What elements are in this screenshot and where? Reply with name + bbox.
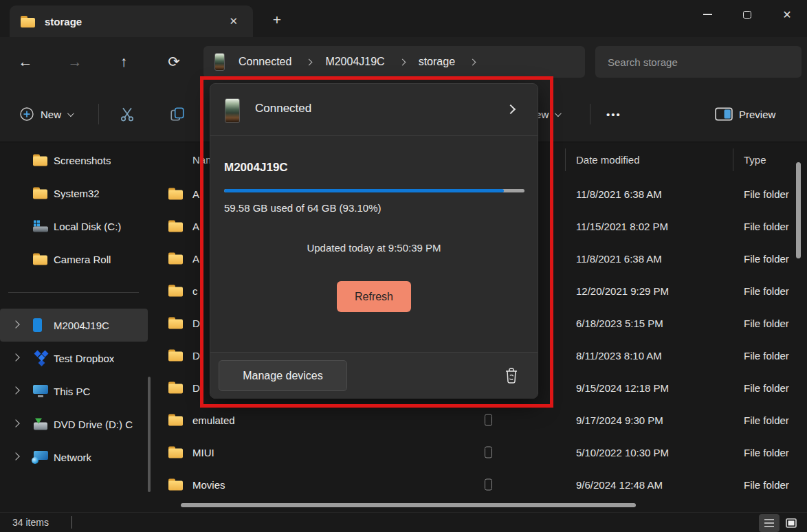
breadcrumb-item-device[interactable]: M2004J19C: [325, 56, 384, 68]
folder-icon: [168, 414, 183, 425]
horizontal-scrollbar[interactable]: [181, 503, 636, 507]
folder-icon: [168, 349, 183, 361]
file-date-modified: 9/15/2024 12:18 PM: [576, 381, 669, 393]
minimize-button[interactable]: [687, 0, 727, 29]
sidebar-pinned-item[interactable]: Local Disk (C:): [0, 210, 159, 243]
vertical-scrollbar[interactable]: [796, 162, 801, 258]
file-type: File folder: [744, 414, 797, 425]
sidebar-tree-item[interactable]: DVD Drive (D:) C: [0, 408, 159, 441]
sidebar-tree-item[interactable]: Test Dropbox: [0, 342, 159, 375]
column-header-date[interactable]: Date modified: [576, 154, 640, 166]
column-divider[interactable]: [565, 148, 566, 171]
forward-button[interactable]: →: [63, 49, 87, 74]
sidebar-item-icon: [33, 451, 48, 463]
chevron-right-icon[interactable]: [12, 386, 19, 394]
file-type: File folder: [744, 478, 797, 490]
up-button[interactable]: ↑: [111, 49, 136, 74]
cut-button[interactable]: [119, 87, 135, 142]
back-button[interactable]: ←: [13, 49, 38, 74]
sidebar-tree-item[interactable]: This PC: [0, 375, 159, 408]
file-name: A: [192, 252, 199, 264]
details-view-icon: [762, 516, 776, 530]
file-row[interactable]: MIUI 5/10/2022 10:30 PM File folder: [159, 436, 807, 468]
sidebar-pinned-list: Screenshots System32 Local Disk (C:) Cam…: [0, 144, 159, 276]
column-divider[interactable]: [733, 148, 733, 171]
plus-circle-icon: [19, 107, 34, 122]
sidebar-item-icon: [33, 419, 48, 430]
refresh-device-button[interactable]: Refresh: [337, 281, 411, 312]
sidebar-scrollbar[interactable]: [148, 377, 151, 492]
file-row[interactable]: emulated 9/17/2024 9:30 PM File folder: [159, 403, 807, 436]
file-name: D: [192, 349, 200, 361]
file-name: emulated: [192, 414, 235, 425]
maximize-button[interactable]: [727, 0, 767, 29]
file-row[interactable]: Movies 9/6/2024 12:48 AM File folder: [159, 468, 807, 500]
breadcrumb[interactable]: Connected M2004J19C storage: [203, 46, 585, 78]
sidebar-pinned-item[interactable]: Camera Roll: [0, 243, 159, 276]
sidebar-tree-item[interactable]: Network: [0, 441, 159, 474]
more-options-button[interactable]: •••: [606, 87, 621, 142]
file-name: D: [192, 381, 200, 393]
sidebar-item-icon: [33, 221, 48, 232]
chevron-right-icon: [399, 58, 406, 65]
file-date-modified: 9/6/2024 12:48 AM: [576, 478, 663, 490]
device-thumbnail-icon: [214, 53, 225, 71]
title-bar: storage ✕ + ✕: [0, 0, 807, 37]
explorer-tab[interactable]: storage ✕: [10, 5, 253, 37]
sidebar-item-label: System32: [54, 188, 100, 199]
file-date-modified: 9/17/2024 9:30 PM: [576, 414, 663, 425]
chevron-right-icon[interactable]: [12, 353, 19, 361]
breadcrumb-item-connected[interactable]: Connected: [239, 56, 291, 68]
chevron-right-icon: [469, 58, 476, 65]
preview-label: Preview: [739, 109, 775, 120]
sidebar-separator: [8, 292, 139, 293]
flyout-device-name: M2004J19C: [224, 161, 288, 175]
file-date-modified: 6/18/2023 5:15 PM: [576, 317, 663, 329]
preview-toggle[interactable]: Preview: [715, 87, 775, 142]
flyout-device-header[interactable]: Connected: [210, 84, 538, 136]
sidebar-item-icon: [33, 155, 47, 166]
new-tab-button[interactable]: +: [267, 10, 287, 30]
search-input[interactable]: [595, 46, 802, 78]
copy-button[interactable]: [169, 87, 186, 142]
chevron-right-icon[interactable]: [12, 452, 19, 460]
sidebar-tree-item[interactable]: M2004J19C: [0, 309, 148, 342]
tab-close-button[interactable]: ✕: [229, 15, 238, 27]
chevron-right-icon[interactable]: [12, 320, 19, 328]
thumbnail-view-button[interactable]: [781, 514, 802, 532]
storage-progress-bar: [224, 189, 524, 192]
remove-device-button[interactable]: [503, 366, 520, 388]
navigation-sidebar: Screenshots System32 Local Disk (C:) Cam…: [0, 142, 159, 512]
refresh-button[interactable]: ⟳: [162, 49, 186, 74]
storage-usage-text: 59.58 GB used of 64 GB (93.10%): [224, 202, 381, 214]
file-name: MIUI: [192, 446, 214, 458]
new-button[interactable]: New: [19, 87, 72, 142]
manage-devices-button[interactable]: Manage devices: [219, 360, 347, 391]
folder-icon: [168, 220, 183, 232]
sidebar-item-label: Network: [54, 452, 91, 463]
chevron-down-icon: [555, 110, 562, 117]
chevron-right-icon[interactable]: [12, 419, 19, 427]
file-date-modified: 12/20/2021 9:29 PM: [576, 285, 669, 296]
status-divider: [71, 516, 72, 529]
sidebar-item-icon: [33, 318, 42, 332]
last-updated-text: Updated today at 9:50:39 PM: [210, 242, 538, 254]
navigation-bar: ← → ↑ ⟳ Connected M2004J19C storage: [0, 37, 807, 87]
details-view-button[interactable]: [759, 514, 780, 532]
folder-icon: [168, 252, 183, 264]
sidebar-pinned-item[interactable]: Screenshots: [0, 144, 159, 177]
device-thumbnail-icon: [225, 98, 240, 123]
close-button[interactable]: ✕: [767, 0, 807, 29]
file-name: A: [192, 220, 199, 232]
copy-icon: [169, 106, 186, 122]
breadcrumb-item-storage[interactable]: storage: [419, 56, 455, 68]
sidebar-pinned-item[interactable]: System32: [0, 177, 159, 210]
sidebar-tree-list: M2004J19C Test Dropbox This PC: [0, 309, 159, 474]
file-type: File folder: [744, 188, 797, 199]
phone-status-icon: [485, 446, 492, 458]
file-type: File folder: [744, 317, 797, 329]
file-date-modified: 11/8/2021 6:38 AM: [576, 252, 662, 264]
phone-status-icon: [485, 414, 492, 425]
file-type: File folder: [744, 381, 797, 393]
column-header-type[interactable]: Type: [744, 154, 766, 166]
